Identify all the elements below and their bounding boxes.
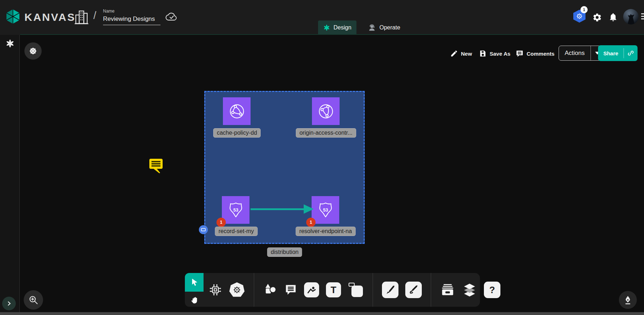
tool-pan[interactable]	[185, 292, 204, 307]
kanvas-logo-icon	[5, 9, 21, 26]
kanvas-logo[interactable]: KANVAS	[5, 9, 75, 26]
design-name-input[interactable]	[103, 15, 160, 25]
svg-text:53: 53	[233, 207, 238, 212]
layers-icon	[462, 282, 477, 297]
comment-bubble-icon	[148, 157, 165, 175]
node-label: origin-access-contr...	[296, 128, 356, 138]
user-avatar[interactable]	[623, 9, 639, 24]
tool-layers[interactable]	[462, 282, 477, 297]
floppy-disk-icon	[479, 50, 487, 57]
comment-marker[interactable]	[148, 157, 165, 176]
cloudfront-globe-icon	[313, 98, 339, 124]
tool-comment[interactable]	[284, 283, 297, 296]
canvas-top-border	[20, 34, 644, 35]
notifications-bell-icon[interactable]	[608, 12, 618, 24]
node-label: record-set-my	[215, 227, 258, 236]
pen-nib-icon	[624, 295, 632, 305]
left-sidebar	[0, 35, 20, 315]
chip-icon	[209, 283, 222, 297]
sidebar-expand-button[interactable]	[2, 297, 16, 310]
help-icon: ?	[489, 284, 495, 296]
edge-pen-icon	[385, 284, 396, 295]
share-button[interactable]: Share	[598, 45, 638, 61]
tool-note[interactable]	[348, 282, 364, 298]
copy-link-button[interactable]	[624, 45, 638, 61]
tool-relationship[interactable]	[209, 283, 222, 297]
zoom-in-button[interactable]	[24, 290, 43, 310]
pen-tool-button[interactable]	[619, 291, 637, 309]
text-tool-icon: T	[331, 284, 336, 296]
new-button-label: New	[461, 51, 472, 57]
route53-shield-icon: 53	[317, 201, 335, 219]
actions-button-label: Actions	[559, 46, 591, 60]
toolbar-divider	[431, 273, 431, 307]
tool-edge-pen[interactable]	[382, 282, 398, 298]
tool-help[interactable]: ?	[484, 282, 500, 298]
node-record-set[interactable]: 53	[222, 196, 249, 224]
breadcrumb-separator: /	[93, 9, 96, 22]
link-icon	[627, 50, 634, 57]
menu-hamburger-icon[interactable]	[641, 13, 644, 21]
flower-gear-icon	[29, 47, 37, 55]
cloud-sync-icon[interactable]	[165, 11, 178, 24]
save-as-button[interactable]: Save As	[479, 47, 510, 60]
tool-image[interactable]	[304, 282, 319, 297]
tool-freehand-pen[interactable]	[405, 282, 422, 298]
comments-button-label: Comments	[527, 51, 555, 57]
edge-record-to-resolver[interactable]	[251, 208, 305, 210]
svg-text:53: 53	[323, 207, 328, 212]
toolbar-divider	[254, 273, 254, 307]
cursor-arrow-icon	[190, 278, 199, 287]
tab-operate-label: Operate	[379, 24, 400, 31]
kubernetes-context-badge[interactable]: 1	[580, 6, 588, 13]
organization-icon[interactable]	[75, 10, 88, 26]
tool-shapes[interactable]	[263, 283, 277, 297]
new-button[interactable]: New	[450, 47, 472, 60]
comments-button[interactable]: Comments	[515, 47, 555, 60]
meshery-spiral-icon[interactable]	[5, 39, 15, 50]
kubernetes-wheel-icon	[229, 282, 245, 297]
note-icon	[351, 286, 363, 297]
pencil-icon	[450, 50, 458, 57]
magnifier-plus-icon	[28, 295, 38, 305]
node-cache-policy[interactable]	[223, 97, 251, 125]
canvas-settings-button[interactable]	[24, 42, 42, 60]
selection-handle[interactable]	[199, 225, 208, 234]
tool-components-drawer[interactable]	[440, 283, 455, 297]
node-error-badge[interactable]: 1	[216, 218, 226, 227]
settings-gear-icon[interactable]	[592, 13, 602, 24]
app-header: KANVAS / Name Design Operate 1	[0, 0, 644, 35]
comment-icon	[515, 50, 524, 58]
tab-design[interactable]: Design	[318, 20, 356, 35]
image-icon	[307, 285, 317, 295]
node-label: cache-policy-dd	[213, 128, 261, 138]
tool-select[interactable]	[185, 273, 204, 292]
node-label: resolver-endpoint-na	[296, 227, 356, 236]
node-resolver-endpoint[interactable]: 53	[312, 196, 339, 224]
save-as-button-label: Save As	[490, 51, 510, 57]
cloudfront-globe-icon	[228, 102, 246, 121]
shapes-icon	[263, 283, 277, 297]
hand-icon	[190, 295, 199, 304]
route53-shield-icon: 53	[227, 201, 245, 219]
freehand-pen-icon	[408, 284, 419, 295]
actions-button[interactable]: Actions	[559, 46, 604, 61]
tool-text[interactable]: T	[326, 282, 341, 297]
chevron-right-icon	[6, 301, 12, 306]
toolbar-divider	[373, 273, 373, 307]
design-name-label: Name	[103, 9, 161, 14]
node-origin-access-control[interactable]	[312, 97, 340, 125]
tool-kubernetes[interactable]	[229, 282, 245, 297]
drawer-icon	[440, 283, 455, 297]
design-name-field: Name	[103, 9, 161, 25]
operate-tab-icon	[368, 23, 376, 32]
app-title: KANVAS	[24, 11, 75, 23]
bottom-edge-strip	[0, 312, 644, 315]
comment-icon	[284, 283, 297, 296]
node-error-badge[interactable]: 1	[306, 218, 316, 227]
tab-design-label: Design	[333, 24, 351, 31]
design-tab-icon	[323, 24, 330, 31]
bottom-toolbar: T	[204, 273, 480, 307]
share-button-label: Share	[598, 45, 624, 61]
tab-operate[interactable]: Operate	[363, 20, 405, 35]
